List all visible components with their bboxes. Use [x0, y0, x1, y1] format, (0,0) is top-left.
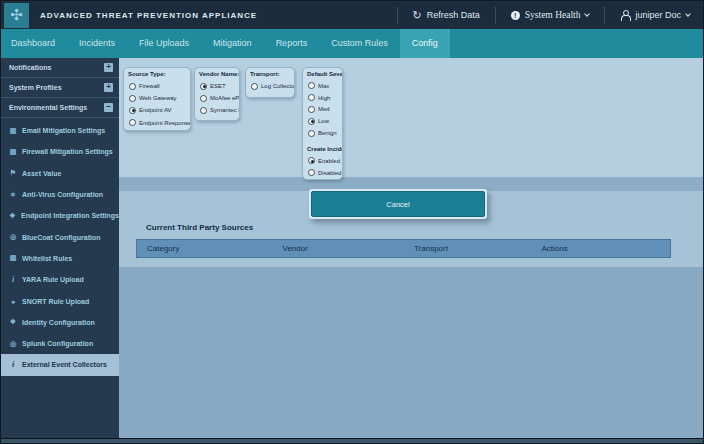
option-web-gateway: Web Gateway [128, 92, 190, 104]
top-bar: ✣ ADVANCED THREAT PREVENTION APPLIANCE ↻… [1, 1, 704, 29]
sidebar-item-yara-rule-upload[interactable]: iYARA Rule Upload [1, 269, 119, 290]
tab-mitigation[interactable]: Mitigation [201, 29, 264, 58]
app-logo-icon: ✣ [4, 3, 29, 28]
radio-endpoint-response[interactable] [129, 119, 136, 126]
sidebar-group-label: Environmental Settings [9, 104, 104, 111]
sidebar-item-asset-value[interactable]: ⚑Asset Value [1, 163, 119, 184]
option-firewall: Firewall [128, 80, 190, 92]
tab-dashboard[interactable]: Dashboard [1, 29, 67, 58]
document-icon: ▤ [9, 254, 17, 262]
third-party-sources-heading: Current Third Party Sources [146, 223, 253, 232]
tab-incidents[interactable]: Incidents [67, 29, 127, 58]
sidebar-item-label: YARA Rule Upload [22, 276, 84, 283]
radio-firewall[interactable] [129, 83, 136, 90]
radio-med[interactable] [308, 106, 315, 113]
tab-custom-rules[interactable]: Custom Rules [319, 29, 400, 58]
sidebar-item-identity-configuration[interactable]: ❖Identity Configuration [1, 312, 119, 333]
column-header-actions: Actions [532, 240, 670, 257]
app-title: ADVANCED THREAT PREVENTION APPLIANCE [40, 11, 257, 20]
group-title: Transport: [250, 71, 294, 80]
bulb-icon: ◎ [9, 340, 17, 348]
sidebar-item-anti-virus-configuration[interactable]: ✶Anti-Virus Configuration [1, 184, 119, 205]
sidebar-item-email-mitigation-settings[interactable]: ▤Email Mitigation Settings [1, 120, 119, 141]
sidebar-item-label: Email Mitigation Settings [22, 127, 105, 134]
option-label: Max [318, 83, 329, 89]
document-icon: ▤ [9, 148, 17, 156]
main-content: Source Type:FirewallWeb GatewayEndpoint … [119, 58, 704, 438]
column-header-transport: Transport [404, 240, 532, 257]
user-name-label: juniper Doc [635, 10, 681, 20]
expand-plus-icon[interactable]: + [104, 63, 113, 72]
group-title: Vendor Name: [199, 71, 239, 80]
sidebar-item-label: BlueCoat Configuration [22, 234, 101, 241]
bulb-icon: ◎ [9, 233, 17, 241]
cancel-button[interactable]: Cancel [311, 191, 485, 217]
panel-default-severity: Default Severity:MaxHighMedLowBenignCrea… [302, 67, 343, 180]
refresh-data-button[interactable]: ↻ Refresh Data [398, 1, 495, 29]
group-title: Source Type: [128, 71, 190, 80]
sidebar-item-bluecoat-configuration[interactable]: ◎BlueCoat Configuration [1, 226, 119, 247]
radio-max[interactable] [308, 82, 315, 89]
sidebar-item-label: Firewall Mitigation Settings [22, 148, 113, 155]
flag-icon: ⚑ [9, 169, 17, 177]
topbar-controls: ↻ Refresh Data ! System Health juniper D… [397, 1, 704, 29]
radio-low[interactable] [308, 118, 315, 125]
refresh-data-label: Refresh Data [427, 10, 480, 20]
option-label: Endpoint Response [139, 120, 191, 126]
option-label: McAfee ePO [210, 95, 240, 101]
health-warning-icon: ! [511, 11, 520, 20]
option-label: Log Collector [261, 83, 295, 89]
option-label: High [318, 95, 330, 101]
radio-endpoint-av[interactable] [129, 107, 136, 114]
radio-symantec-ep[interactable] [200, 107, 207, 114]
sidebar-item-label: Endpoint Integration Settings [21, 212, 119, 219]
radio-mcafee-epo[interactable] [200, 95, 207, 102]
circle-icon: ● [9, 298, 17, 305]
tab-reports[interactable]: Reports [264, 29, 320, 58]
sidebar-item-snort-rule-upload[interactable]: ●SNORT Rule Upload [1, 290, 119, 311]
option-label: Low [318, 118, 329, 124]
radio-benign[interactable] [308, 130, 315, 137]
cancel-button-frame: Cancel [309, 189, 487, 219]
radio-disabled[interactable] [308, 169, 315, 176]
option-label: Disabled [318, 170, 341, 176]
option-endpoint-av: Endpoint AV [128, 104, 190, 116]
tab-config[interactable]: Config [400, 29, 450, 58]
tab-file-uploads[interactable]: File Uploads [127, 29, 201, 58]
radio-web-gateway[interactable] [129, 95, 136, 102]
radio-log-collector[interactable] [251, 83, 258, 90]
chevron-down-icon [585, 11, 591, 17]
expand-plus-icon[interactable]: + [104, 83, 113, 92]
sidebar-item-external-event-collectors[interactable]: iExternal Event Collectors [1, 354, 123, 375]
option-max: Max [307, 80, 342, 92]
sidebar-item-whitelist-rules[interactable]: ▤Whitelist Rules [1, 248, 119, 269]
sidebar-item-label: External Event Collectors [22, 361, 107, 368]
sidebar: Notifications+System Profiles+Environmen… [1, 58, 119, 438]
option-med: Med [307, 104, 342, 116]
option-label: Firewall [139, 83, 160, 89]
radio-enabled[interactable] [308, 157, 315, 164]
collapse-minus-icon[interactable]: − [104, 103, 113, 112]
user-menu[interactable]: juniper Doc [605, 1, 704, 29]
sidebar-group-environmental-settings[interactable]: Environmental Settings− [1, 98, 119, 118]
panel-vendor-name: Vendor Name:ESETMcAfee ePOSymantec EP [194, 67, 240, 121]
option-label: Med [318, 106, 330, 112]
option-label: Web Gateway [139, 95, 177, 101]
option-label: Enabled [318, 158, 340, 164]
sidebar-group-system-profiles[interactable]: System Profiles+ [1, 78, 119, 98]
system-health-menu[interactable]: ! System Health [496, 1, 605, 29]
sidebar-item-endpoint-integration-settings[interactable]: ❖Endpoint Integration Settings [1, 205, 119, 226]
option-label: Endpoint AV [139, 107, 172, 113]
sidebar-item-firewall-mitigation-settings[interactable]: ▤Firewall Mitigation Settings [1, 141, 119, 162]
sidebar-group-notifications[interactable]: Notifications+ [1, 58, 119, 78]
option-eset: ESET [199, 80, 239, 92]
option-symantec-ep: Symantec EP [199, 104, 239, 116]
radio-eset[interactable] [200, 83, 207, 90]
option-label: ESET [210, 83, 226, 89]
sidebar-group-label: System Profiles [9, 84, 104, 91]
column-header-vendor: Vendor [272, 240, 404, 257]
integration-icon: ❖ [9, 212, 16, 220]
sidebar-item-splunk-configuration[interactable]: ◎Splunk Configuration [1, 333, 119, 354]
sidebar-group-label: Notifications [9, 64, 104, 71]
radio-high[interactable] [308, 94, 315, 101]
